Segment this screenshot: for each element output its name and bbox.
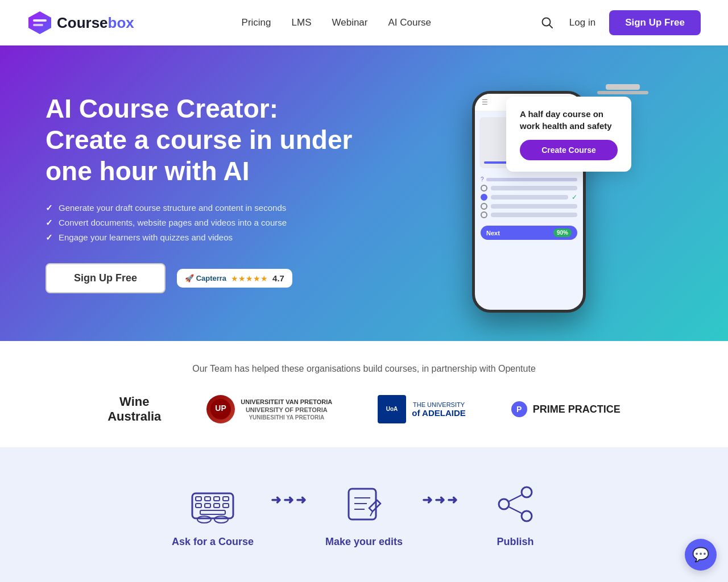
login-link[interactable]: Log in xyxy=(569,17,595,28)
arrow-2: ➜ xyxy=(283,493,293,508)
quiz-row-1 xyxy=(481,185,577,192)
quiz-option-1[interactable] xyxy=(481,185,487,192)
pretoria-text: UNIVERSITEIT VAN PRETORIA UNIVERSITY OF … xyxy=(241,398,332,422)
nav-links: Pricing LMS Webinar AI Course xyxy=(242,17,432,28)
edit-icon xyxy=(341,481,387,527)
quiz-score-badge: 90% xyxy=(553,228,572,237)
search-button[interactable] xyxy=(539,14,556,31)
signup-nav-button[interactable]: Sign Up Free xyxy=(609,10,701,35)
prime-practice-text: PRIME PRACTICE xyxy=(533,404,621,415)
nav-link-ai-course[interactable]: AI Course xyxy=(388,17,431,28)
quiz-option-3[interactable] xyxy=(481,203,487,210)
step-publish-label: Publish xyxy=(497,536,533,548)
monitor-area: A half day course on work health and saf… xyxy=(597,80,648,94)
svg-point-27 xyxy=(522,487,532,497)
svg-line-30 xyxy=(509,495,522,501)
quiz-row-2: ✓ xyxy=(481,193,577,201)
svg-line-25 xyxy=(370,512,373,516)
partnership-section: Our Team has helped these organisations … xyxy=(0,341,728,447)
monitor-base xyxy=(597,91,648,94)
hero-cta: Sign Up Free 🚀 Capterra ★★★★★ 4.7 xyxy=(46,263,364,293)
svg-line-4 xyxy=(549,25,552,28)
signup-hero-button[interactable]: Sign Up Free xyxy=(46,263,166,293)
quiz-option-2[interactable] xyxy=(481,194,487,201)
arrow-3: ➜ xyxy=(296,493,306,508)
navbar: Coursebox Pricing LMS Webinar AI Course … xyxy=(0,0,728,45)
prime-practice-icon: P xyxy=(511,401,527,417)
arrow-6: ➜ xyxy=(447,493,457,508)
svg-point-28 xyxy=(499,499,509,509)
create-course-button[interactable]: Create Course xyxy=(520,140,618,160)
share-icon xyxy=(493,481,538,527)
wine-australia-name: WineAustralia xyxy=(107,394,161,425)
svg-rect-2 xyxy=(33,24,43,26)
steps-row: Ask for a Course ➜ ➜ ➜ M xyxy=(46,481,682,548)
keyboard-icon xyxy=(190,481,235,527)
monitor-stand xyxy=(606,84,640,90)
logo-text: Coursebox xyxy=(57,14,134,32)
nav-link-pricing[interactable]: Pricing xyxy=(242,17,271,28)
svg-rect-15 xyxy=(205,504,210,508)
arrow-1: ➜ xyxy=(271,493,281,508)
step-edit: Make your edits xyxy=(307,481,421,548)
feature-item-2: Convert documents, website pages and vid… xyxy=(46,218,364,228)
hero-features: Generate your draft course structure and… xyxy=(46,203,364,243)
step-publish: Publish xyxy=(458,481,572,548)
feature-item-3: Engage your learners with quizzes and vi… xyxy=(46,232,364,243)
step-ask: Ask for a Course xyxy=(156,481,270,548)
quiz-row-3 xyxy=(481,203,577,210)
svg-rect-18 xyxy=(200,510,225,514)
monitor-popup: A half day course on work health and saf… xyxy=(506,97,631,172)
svg-point-29 xyxy=(522,511,532,521)
svg-line-26 xyxy=(377,500,380,504)
nav-link-lms[interactable]: LMS xyxy=(292,17,312,28)
arrow-4: ➜ xyxy=(422,493,432,508)
svg-rect-10 xyxy=(196,497,201,501)
chat-bubble[interactable]: 💬 xyxy=(685,539,717,571)
svg-rect-16 xyxy=(214,504,220,508)
chat-icon: 💬 xyxy=(692,547,709,563)
svg-rect-1 xyxy=(33,19,47,22)
capterra-logo: 🚀 Capterra xyxy=(185,274,226,282)
monitor-popup-text: A half day course on work health and saf… xyxy=(520,108,618,132)
nav-link-webinar[interactable]: Webinar xyxy=(332,17,367,28)
svg-rect-12 xyxy=(214,497,220,501)
quiz-line-1 xyxy=(491,186,577,190)
step-edit-label: Make your edits xyxy=(325,536,403,548)
svg-point-20 xyxy=(214,516,228,523)
arrow-5: ➜ xyxy=(435,493,445,508)
svg-rect-11 xyxy=(205,497,210,501)
hero-title: AI Course Creator: Create a course in un… xyxy=(46,93,364,188)
svg-rect-14 xyxy=(196,504,201,508)
logo-prime-practice: P PRIME PRACTICE xyxy=(511,401,621,417)
hero-right: ☰ 🔔 ? xyxy=(364,68,682,318)
logo[interactable]: Coursebox xyxy=(27,10,134,35)
quiz-option-4[interactable] xyxy=(481,211,487,218)
search-icon xyxy=(541,16,553,29)
quiz-check-icon: ✓ xyxy=(572,193,577,201)
hero-section: AI Course Creator: Create a course in un… xyxy=(0,45,728,341)
capterra-stars: ★★★★★ xyxy=(231,274,268,283)
phone-next-bar: Next 90% xyxy=(481,226,577,240)
quiz-line-2 xyxy=(491,195,568,199)
svg-marker-0 xyxy=(28,11,51,34)
arrows-2: ➜ ➜ ➜ xyxy=(421,493,458,508)
quiz-row-4 xyxy=(481,211,577,218)
nav-right: Log in Sign Up Free xyxy=(539,10,701,35)
feature-item-1: Generate your draft course structure and… xyxy=(46,203,364,213)
step-ask-label: Ask for a Course xyxy=(172,536,254,548)
svg-rect-17 xyxy=(223,504,229,508)
hero-left: AI Course Creator: Create a course in un… xyxy=(46,93,364,294)
capterra-score: 4.7 xyxy=(272,273,284,283)
svg-text:UoA: UoA xyxy=(386,406,398,412)
arrows-1: ➜ ➜ ➜ xyxy=(270,493,307,508)
menu-icon: ☰ xyxy=(482,98,488,106)
logo-univ-pretoria: UP UNIVERSITEIT VAN PRETORIA UNIVERSITY … xyxy=(206,395,332,423)
quiz-line-4 xyxy=(491,213,577,217)
quiz-line-3 xyxy=(491,204,577,209)
svg-text:UP: UP xyxy=(216,404,226,413)
phone-quiz: ? ✓ xyxy=(475,174,583,222)
pretoria-emblem: UP xyxy=(206,395,235,423)
logos-row: WineAustralia UP UNIVERSITEIT VAN PRETOR… xyxy=(46,394,682,425)
svg-point-19 xyxy=(197,516,211,523)
